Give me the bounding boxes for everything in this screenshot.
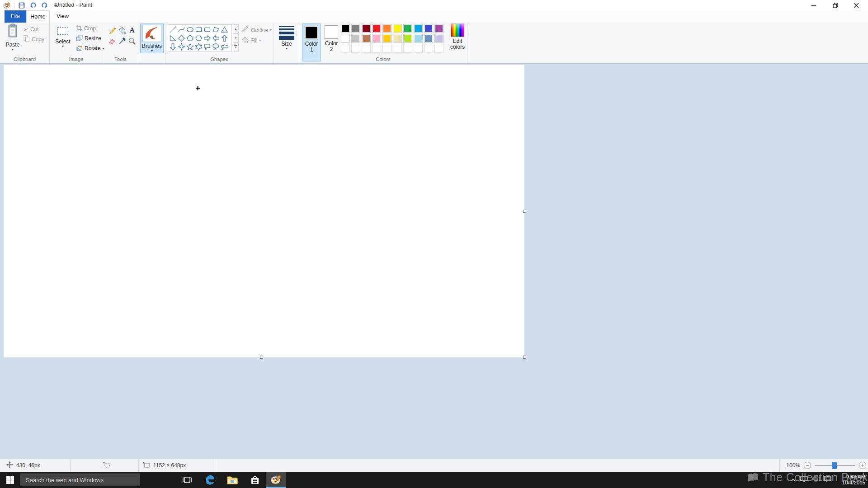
shape-star-5-icon[interactable] (186, 42, 194, 51)
eraser-tool[interactable] (108, 36, 117, 46)
palette-empty-slot[interactable] (362, 44, 371, 53)
outline-button[interactable]: Outline ▾ (241, 26, 272, 34)
palette-empty-slot[interactable] (372, 44, 381, 53)
palette-color-6[interactable] (403, 24, 412, 33)
redo-button[interactable] (40, 1, 48, 9)
palette-color-18[interactable] (424, 34, 433, 43)
text-tool[interactable]: A (127, 25, 137, 35)
shape-arrow-left-icon[interactable] (212, 34, 220, 42)
palette-empty-slot[interactable] (351, 44, 360, 53)
palette-color-0[interactable] (341, 24, 350, 33)
tab-home[interactable]: Home (26, 10, 50, 23)
palette-color-14[interactable] (382, 34, 392, 43)
edit-colors-button[interactable]: Edit colors (448, 23, 467, 50)
palette-color-10[interactable] (341, 34, 350, 43)
palette-color-4[interactable] (382, 24, 392, 33)
shape-arrow-right-icon[interactable] (203, 34, 212, 42)
shapes-scroll-down-icon[interactable]: ▾ (233, 33, 239, 42)
shapes-more-icon[interactable]: ▾ (233, 42, 239, 52)
palette-empty-slot[interactable] (382, 44, 392, 53)
shape-star-6-icon[interactable] (194, 42, 203, 51)
shape-curve-icon[interactable] (177, 25, 186, 34)
palette-color-19[interactable] (434, 34, 443, 43)
shape-callout-cloud-icon[interactable] (220, 42, 229, 51)
brushes-button[interactable]: Brushes ▾ (140, 23, 164, 53)
palette-empty-slot[interactable] (424, 44, 433, 53)
cut-button[interactable]: ✂ Cut (24, 25, 39, 33)
tab-view[interactable]: View (50, 10, 75, 23)
shape-ellipse-icon[interactable] (186, 25, 194, 34)
crop-button[interactable]: Crop (76, 24, 96, 33)
close-button[interactable] (846, 0, 867, 10)
paint-taskbar-icon[interactable] (266, 472, 286, 488)
canvas-resize-handle-corner[interactable] (523, 356, 526, 359)
task-view-button[interactable] (177, 472, 197, 488)
palette-empty-slot[interactable] (414, 44, 423, 53)
color2-button[interactable]: Color 2 (322, 23, 341, 61)
palette-empty-slot[interactable] (434, 44, 443, 53)
palette-empty-slot[interactable] (393, 44, 402, 53)
shape-rectangle-icon[interactable] (194, 25, 203, 34)
palette-color-13[interactable] (372, 34, 381, 43)
resize-button[interactable]: Resize (76, 34, 101, 42)
taskbar-clock[interactable]: 9:43 AM 10/4/2015 (842, 472, 865, 488)
palette-color-17[interactable] (414, 34, 423, 43)
restore-button[interactable] (825, 0, 846, 10)
shapes-scroll-up-icon[interactable]: ▴ (233, 24, 239, 33)
tray-display-icon[interactable] (800, 476, 808, 484)
palette-color-3[interactable] (372, 24, 381, 33)
zoom-in-button[interactable]: + (859, 462, 866, 469)
zoom-slider[interactable] (815, 465, 855, 466)
tray-action-center-icon[interactable] (824, 476, 831, 484)
palette-color-15[interactable] (393, 34, 402, 43)
rotate-button[interactable]: Rotate ▾ (76, 44, 104, 52)
paste-button[interactable]: Paste ▾ (3, 23, 23, 51)
palette-color-16[interactable] (403, 34, 412, 43)
zoom-out-button[interactable]: − (804, 462, 811, 469)
undo-button[interactable] (29, 1, 37, 9)
palette-color-12[interactable] (362, 34, 371, 43)
file-explorer-icon[interactable] (222, 472, 242, 488)
shape-polygon-icon[interactable] (212, 25, 220, 34)
palette-color-1[interactable] (351, 24, 360, 33)
palette-color-5[interactable] (393, 24, 402, 33)
minimize-button[interactable] (803, 0, 824, 10)
palette-color-8[interactable] (424, 24, 433, 33)
shape-callout-oval-icon[interactable] (212, 42, 220, 51)
zoom-slider-thumb[interactable] (832, 462, 837, 469)
shape-line-icon[interactable] (169, 25, 177, 34)
shape-rounded-rectangle-icon[interactable] (203, 25, 212, 34)
magnifier-tool[interactable] (127, 36, 137, 46)
shape-diamond-icon[interactable] (177, 34, 186, 42)
palette-empty-slot[interactable] (341, 44, 350, 53)
shape-right-triangle-icon[interactable] (169, 34, 177, 42)
size-button[interactable]: Size ▾ (276, 23, 297, 50)
save-button[interactable] (18, 1, 26, 9)
select-button[interactable]: Select ▾ (52, 23, 73, 48)
palette-color-11[interactable] (351, 34, 360, 43)
shape-pentagon-icon[interactable] (186, 34, 194, 42)
tray-volume-icon[interactable] (812, 476, 820, 484)
pencil-tool[interactable] (108, 25, 117, 35)
search-input[interactable] (20, 474, 140, 486)
canvas-resize-handle-bottom[interactable] (260, 356, 263, 359)
shape-arrow-up-icon[interactable] (220, 34, 229, 42)
tab-file[interactable]: File (5, 10, 26, 23)
palette-color-2[interactable] (362, 24, 371, 33)
palette-empty-slot[interactable] (403, 44, 412, 53)
color-picker-tool[interactable] (118, 36, 127, 46)
shape-star-4-icon[interactable] (177, 42, 186, 51)
edge-browser-icon[interactable] (200, 472, 220, 488)
shape-triangle-icon[interactable] (220, 25, 229, 34)
fill-tool[interactable] (118, 25, 127, 35)
start-button[interactable] (0, 472, 20, 488)
color1-button[interactable]: Color 1 (302, 23, 321, 61)
shape-hexagon-icon[interactable] (194, 34, 203, 42)
palette-color-9[interactable] (434, 24, 443, 33)
canvas-resize-handle-right[interactable] (523, 210, 526, 213)
shape-callout-rectangle-icon[interactable] (203, 42, 212, 51)
copy-button[interactable]: Copy (24, 35, 44, 43)
store-icon[interactable] (245, 472, 265, 488)
fill-button[interactable]: Fill ▾ (241, 37, 272, 44)
taskbar-search[interactable] (20, 474, 140, 486)
